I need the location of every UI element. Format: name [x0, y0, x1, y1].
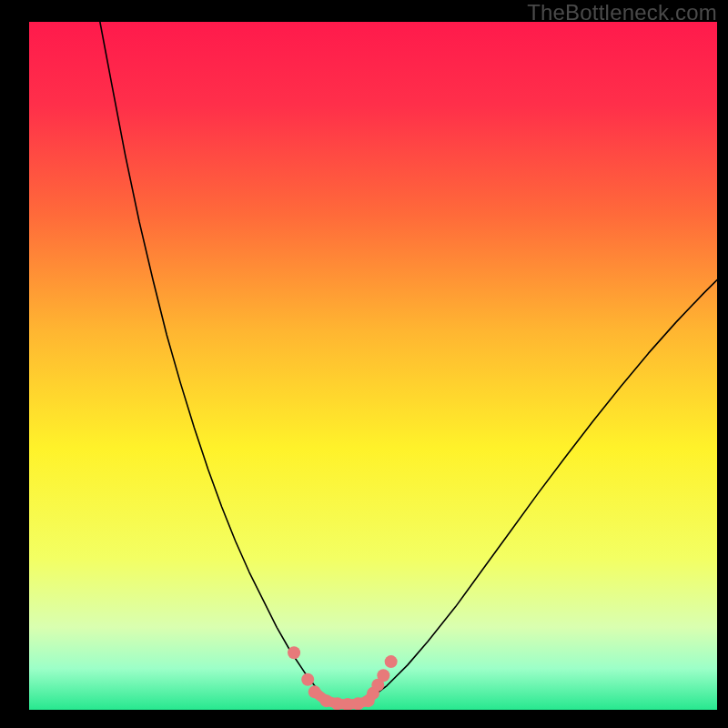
chart-svg [29, 22, 717, 710]
dot [385, 655, 398, 668]
gradient-background [29, 22, 717, 710]
plot-area [29, 22, 717, 710]
dot [377, 669, 389, 682]
dot [301, 673, 314, 686]
chart-frame: TheBottleneck.com [0, 0, 728, 728]
watermark-text: TheBottleneck.com [527, 0, 717, 25]
dot [288, 646, 300, 659]
